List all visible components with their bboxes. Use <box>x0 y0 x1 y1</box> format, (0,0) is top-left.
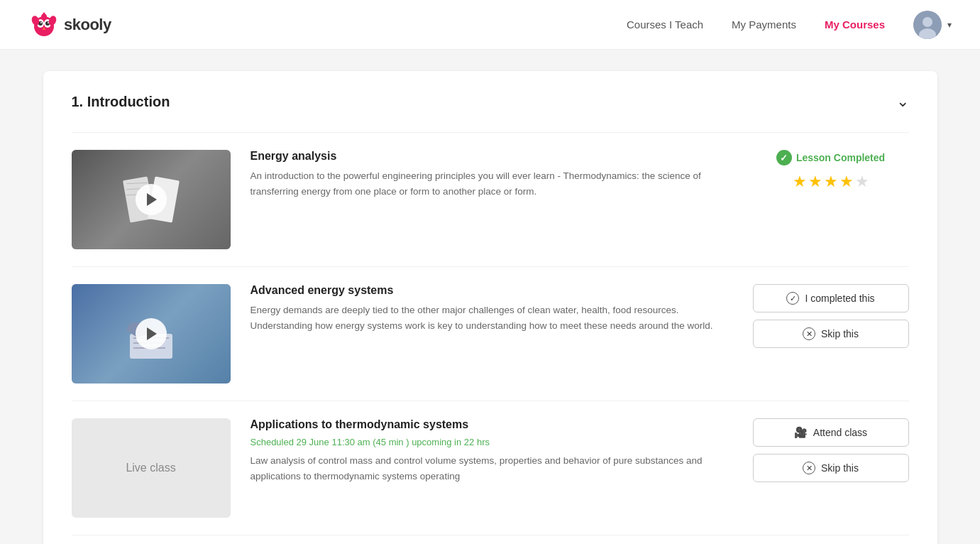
lesson-actions-energy: ✓ Lesson Completed ★ ★ ★ ★ ★ <box>753 150 909 191</box>
lesson-schedule: Scheduled 29 June 11:30 am (45 min ) upc… <box>250 437 733 447</box>
completed-badge: ✓ Lesson Completed <box>776 150 885 165</box>
lesson-row: Advanced energy systems Energy demands a… <box>72 266 909 401</box>
avatar <box>913 11 942 39</box>
lesson-row: Live class Applications to thermodynamic… <box>72 401 909 535</box>
attend-btn-label: Attend class <box>813 427 867 438</box>
attend-class-button[interactable]: 🎥 Attend class <box>753 418 909 447</box>
svg-point-5 <box>40 22 42 23</box>
star-4[interactable]: ★ <box>839 173 854 191</box>
lesson-row: Energy analysis An introduction to the p… <box>72 132 909 266</box>
lesson-info-energy: Energy analysis An introduction to the p… <box>250 150 733 199</box>
lesson-desc-energy: An introduction to the powerful engineer… <box>250 168 733 199</box>
lesson-row: Practice session To practice your analyt… <box>72 535 909 544</box>
lesson-thumbnail-live: Live class <box>72 418 231 518</box>
lesson-title-energy: Energy analysis <box>250 150 733 163</box>
user-chevron: ▾ <box>947 20 952 30</box>
svg-marker-11 <box>42 12 46 15</box>
completed-label: Lesson Completed <box>796 152 885 163</box>
completed-state: ✓ Lesson Completed ★ ★ ★ ★ ★ <box>753 150 909 191</box>
nav-my-payments[interactable]: My Payments <box>732 18 796 31</box>
skip-btn-label: Skip this <box>821 328 859 339</box>
logo[interactable]: skooly <box>28 9 111 40</box>
star-1[interactable]: ★ <box>793 173 807 191</box>
completed-btn-label: I completed this <box>805 293 874 304</box>
lesson-info-advanced: Advanced energy systems Energy demands a… <box>250 284 733 333</box>
star-3[interactable]: ★ <box>824 173 838 191</box>
lesson-desc-advanced: Energy demands are deeply tied to the ot… <box>250 303 733 333</box>
star-rating[interactable]: ★ ★ ★ ★ ★ <box>793 173 869 191</box>
lesson-info-live: Applications to thermodynamic systems Sc… <box>250 418 733 484</box>
star-5[interactable]: ★ <box>855 173 869 191</box>
lesson-title-live: Applications to thermodynamic systems <box>250 418 733 431</box>
skip-btn-label-live: Skip this <box>821 462 859 474</box>
lesson-actions-advanced: ✓ I completed this ✕ Skip this <box>753 284 909 348</box>
video-icon: 🎥 <box>794 426 808 439</box>
skip-button-live[interactable]: ✕ Skip this <box>753 454 909 482</box>
nav-user-menu[interactable]: ▾ <box>913 11 952 39</box>
lesson-actions-live: 🎥 Attend class ✕ Skip this <box>753 418 909 482</box>
completed-this-button-advanced[interactable]: ✓ I completed this <box>753 284 909 312</box>
nav-my-courses[interactable]: My Courses <box>825 18 885 31</box>
nav-links: Courses I Teach My Payments My Courses ▾ <box>627 11 952 39</box>
star-2[interactable]: ★ <box>808 173 822 191</box>
completed-icon: ✓ <box>776 150 792 165</box>
play-button-energy[interactable] <box>136 184 167 215</box>
svg-point-6 <box>48 22 49 23</box>
skip-button-advanced[interactable]: ✕ Skip this <box>753 320 909 348</box>
lesson-thumbnail-advanced[interactable] <box>72 284 231 383</box>
check-icon: ✓ <box>786 292 799 305</box>
lesson-desc-live: Law analysis of control mass and control… <box>250 453 733 484</box>
section-collapse-btn[interactable]: ⌄ <box>896 92 909 111</box>
lesson-title-advanced: Advanced energy systems <box>250 284 733 297</box>
logo-text: skooly <box>64 16 111 34</box>
svg-point-13 <box>923 17 932 27</box>
section-header: 1. Introduction ⌄ <box>72 92 909 111</box>
x-icon: ✕ <box>803 327 815 340</box>
main-content: 1. Introduction ⌄ <box>29 71 952 544</box>
section-title: 1. Introduction <box>72 94 170 110</box>
play-button-advanced[interactable] <box>136 318 167 349</box>
navbar: skooly Courses I Teach My Payments My Co… <box>0 0 980 50</box>
lesson-thumbnail-energy[interactable] <box>72 150 231 249</box>
x-icon: ✕ <box>803 462 815 474</box>
nav-courses-teach[interactable]: Courses I Teach <box>627 18 703 31</box>
logo-icon <box>28 9 60 40</box>
live-class-label: Live class <box>72 418 231 518</box>
section-card: 1. Introduction ⌄ <box>43 71 937 544</box>
